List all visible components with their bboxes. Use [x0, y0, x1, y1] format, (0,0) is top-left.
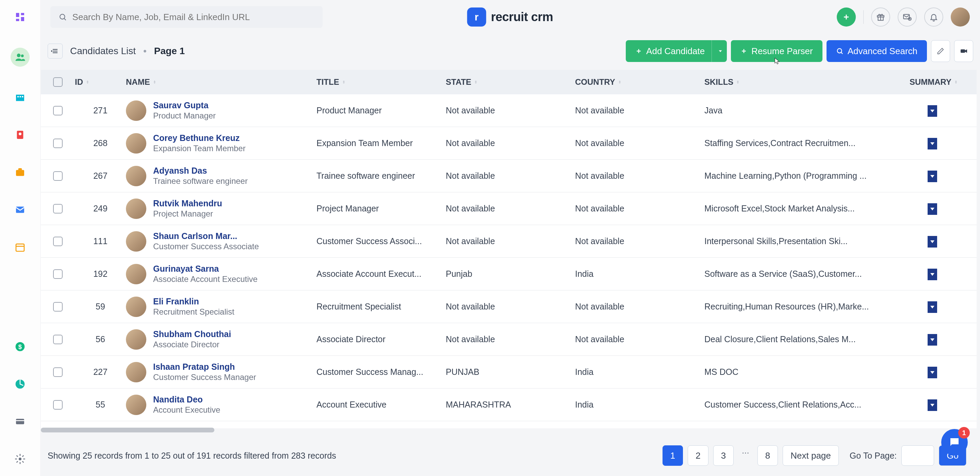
table-row[interactable]: 56 Shubham Chouthai Associate Director A…	[41, 323, 977, 356]
row-checkbox[interactable]	[53, 269, 63, 279]
candidate-name-link[interactable]: Saurav Gupta	[153, 101, 216, 110]
table-row[interactable]: 268 Corey Bethune Kreuz Expansion Team M…	[41, 127, 977, 160]
table-row[interactable]: 249 Rutvik Mahendru Project Manager Proj…	[41, 192, 977, 225]
horizontal-scrollbar[interactable]	[41, 428, 215, 433]
download-resume-icon[interactable]	[928, 236, 937, 248]
dropdown-caret[interactable]	[711, 40, 724, 62]
add-candidate-button[interactable]: Add Candidate	[626, 40, 727, 62]
candidate-name-link[interactable]: Shubham Chouthai	[153, 329, 231, 339]
nav-reports-icon[interactable]	[13, 377, 27, 391]
nav-billing-icon[interactable]	[13, 415, 27, 428]
row-checkbox[interactable]	[53, 302, 63, 311]
row-skills: Software as a Service (SaaS),Customer...	[705, 269, 905, 279]
column-name[interactable]: NAME	[126, 77, 317, 87]
table-row[interactable]: 55 Nandita Deo Account Executive Account…	[41, 388, 977, 421]
download-resume-icon[interactable]	[928, 367, 937, 378]
nav-dashboard-icon[interactable]	[13, 10, 27, 24]
download-resume-icon[interactable]	[928, 138, 937, 150]
candidate-name-link[interactable]: Rutvik Mahendru	[153, 198, 222, 208]
svg-rect-43	[961, 50, 965, 53]
candidate-avatar[interactable]	[126, 362, 146, 382]
nav-contacts-icon[interactable]	[13, 128, 27, 142]
candidate-avatar[interactable]	[126, 395, 146, 415]
row-checkbox[interactable]	[53, 139, 63, 148]
next-page-button[interactable]: Next page	[783, 446, 839, 466]
row-checkbox[interactable]	[53, 171, 63, 181]
nav-mail-icon[interactable]	[13, 203, 27, 217]
table-row[interactable]: 192 Gurinayat Sarna Associate Account Ex…	[41, 258, 977, 291]
column-title[interactable]: TITLE	[317, 77, 446, 87]
candidate-avatar[interactable]	[126, 101, 146, 121]
download-resume-icon[interactable]	[928, 105, 937, 117]
candidate-name-link[interactable]: Shaun Carlson Mar...	[153, 231, 259, 241]
page-button[interactable]: 2	[688, 446, 708, 466]
column-state[interactable]: STATE	[446, 77, 575, 87]
resume-parser-button[interactable]: Resume Parser	[731, 40, 822, 62]
candidate-name-link[interactable]: Ishaan Pratap Singh	[153, 362, 256, 372]
user-avatar[interactable]	[951, 8, 970, 27]
table-row[interactable]: 271 Saurav Gupta Product Manager Product…	[41, 94, 977, 127]
candidate-avatar[interactable]	[126, 264, 146, 284]
page-ellipsis: ...	[738, 446, 753, 466]
table-row[interactable]: 267 Adyansh Das Trainee software enginee…	[41, 160, 977, 192]
row-checkbox[interactable]	[53, 204, 63, 214]
table-row[interactable]: 111 Shaun Carlson Mar... Customer Succes…	[41, 225, 977, 258]
candidate-avatar[interactable]	[126, 133, 146, 153]
mail-button[interactable]	[898, 8, 917, 27]
column-skills[interactable]: SKILLS	[705, 77, 905, 87]
page-button[interactable]: 3	[713, 446, 733, 466]
search-input[interactable]	[73, 12, 314, 22]
table-row[interactable]: 59 Eli Franklin Recruitment Specialist R…	[41, 291, 977, 323]
video-button[interactable]	[954, 40, 973, 62]
goto-page-input[interactable]	[901, 446, 934, 466]
table-row[interactable]: 227 Ishaan Pratap Singh Customer Success…	[41, 356, 977, 388]
page-button[interactable]: 1	[662, 446, 683, 466]
candidate-avatar[interactable]	[126, 297, 146, 317]
row-skills: Staffing Services,Contract Recruitmen...	[705, 138, 905, 148]
nav-jobs-icon[interactable]	[13, 166, 27, 179]
row-title: Customer Success Manag...	[317, 367, 446, 377]
table-footer: Showing 25 records from 1 to 25 out of 1…	[48, 442, 966, 469]
candidate-name-link[interactable]: Eli Franklin	[153, 297, 234, 307]
nav-companies-icon[interactable]	[13, 91, 27, 104]
candidate-name-link[interactable]: Corey Bethune Kreuz	[153, 133, 246, 143]
download-resume-icon[interactable]	[928, 301, 937, 313]
row-checkbox[interactable]	[53, 335, 63, 344]
bell-icon	[929, 13, 938, 21]
edit-columns-button[interactable]	[931, 40, 950, 62]
candidate-name-link[interactable]: Nandita Deo	[153, 395, 220, 404]
row-checkbox[interactable]	[53, 367, 63, 377]
gifts-button[interactable]	[871, 8, 890, 27]
download-resume-icon[interactable]	[928, 171, 937, 182]
row-skills: Microsoft Excel,Stock Market Analysis...	[705, 204, 905, 214]
candidate-name-link[interactable]: Gurinayat Sarna	[153, 264, 258, 274]
download-resume-icon[interactable]	[928, 334, 937, 346]
candidate-avatar[interactable]	[126, 198, 146, 219]
row-checkbox[interactable]	[53, 106, 63, 115]
select-all-checkbox[interactable]	[53, 77, 63, 87]
column-id[interactable]: ID	[75, 77, 126, 87]
column-country[interactable]: COUNTRY	[575, 77, 705, 87]
nav-candidates-icon[interactable]	[11, 48, 30, 67]
candidate-avatar[interactable]	[126, 329, 146, 350]
candidate-avatar[interactable]	[126, 166, 146, 186]
global-search[interactable]	[50, 6, 323, 28]
download-resume-icon[interactable]	[928, 203, 937, 215]
brand-logo[interactable]: r recruit crm	[467, 8, 553, 27]
nav-deals-icon[interactable]: $	[13, 340, 27, 353]
notifications-button[interactable]	[924, 8, 943, 27]
download-resume-icon[interactable]	[928, 268, 937, 280]
nav-calendar-icon[interactable]	[13, 240, 27, 254]
add-button[interactable]	[837, 8, 856, 27]
candidate-name-link[interactable]: Adyansh Das	[153, 166, 248, 176]
download-resume-icon[interactable]	[928, 399, 937, 411]
column-summary[interactable]: SUMMARY	[905, 77, 973, 87]
chat-fab[interactable]: 1	[941, 429, 968, 455]
advanced-search-button[interactable]: Advanced Search	[827, 40, 927, 62]
row-checkbox[interactable]	[53, 400, 63, 410]
row-checkbox[interactable]	[53, 236, 63, 246]
nav-settings-icon[interactable]	[13, 452, 27, 466]
page-button[interactable]: 8	[757, 446, 778, 466]
candidate-avatar[interactable]	[126, 231, 146, 252]
toggle-sidebar-button[interactable]	[48, 43, 63, 59]
